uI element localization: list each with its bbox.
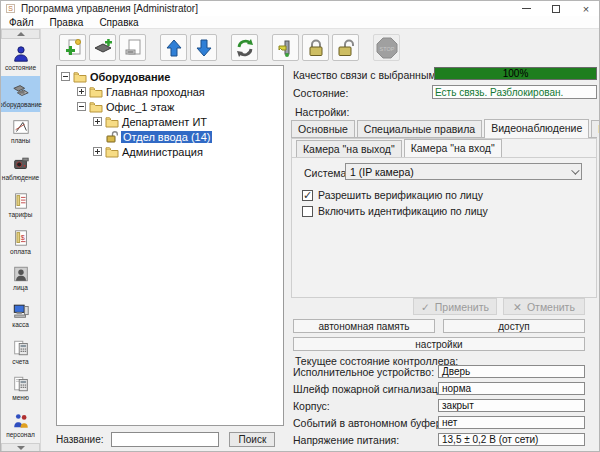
quality-value: 100% <box>503 68 529 79</box>
tab-special-rules[interactable]: Специальные правила <box>357 120 482 137</box>
search-row: Название: Поиск <box>56 430 284 448</box>
tab-main[interactable]: Основные <box>291 120 355 137</box>
tree-node-label: Департамент ИТ <box>122 116 207 128</box>
sidebar-item-personnel[interactable]: персонал <box>1 406 40 443</box>
lock-open-icon <box>105 130 118 143</box>
lock-closed-icon <box>306 38 326 58</box>
menu-help[interactable]: Справка <box>91 17 146 28</box>
autonomous-memory-button[interactable]: автономная память <box>293 319 435 333</box>
tree-node-label: Офис_1 этаж <box>106 101 174 113</box>
sidebar-item-label: меню <box>12 394 29 401</box>
menu-edit[interactable]: Правка <box>42 17 92 28</box>
lock-closed-button[interactable] <box>302 34 329 61</box>
svg-text:$: $ <box>20 232 24 241</box>
row-value: закрыт <box>438 399 585 412</box>
check-icon: ✓ <box>421 301 430 313</box>
sidebar-scroll-up[interactable] <box>1 29 40 39</box>
stop-button[interactable]: STOP <box>373 34 400 61</box>
remove-document-icon <box>123 38 143 58</box>
window-title: Программа управления [Administrator] <box>21 3 198 14</box>
row-label: Событий в автономном буфере: <box>293 417 450 429</box>
close-button[interactable]: × <box>571 1 600 16</box>
expand-icon[interactable] <box>77 87 86 96</box>
tab-camera-entry[interactable]: Камера "на вход" <box>404 139 502 158</box>
tab-biometrics[interactable]: Биометрика <box>591 120 600 137</box>
settings-button[interactable]: настройки <box>293 337 585 351</box>
add-document-button[interactable] <box>59 34 86 61</box>
up-triangle-icon <box>17 32 25 36</box>
calculator-icon <box>10 338 32 358</box>
move-up-button[interactable] <box>160 34 187 61</box>
sidebar-item-tariffs[interactable]: тарифы <box>1 186 40 223</box>
expand-icon[interactable] <box>93 147 102 156</box>
system-select[interactable]: 1 (IP камера) <box>345 163 582 180</box>
apply-label: Применить <box>435 301 489 313</box>
connection-quality-bar: 100% <box>434 67 597 80</box>
maximize-button[interactable] <box>541 1 571 16</box>
checkbox-checked-icon[interactable] <box>302 190 313 201</box>
move-down-button[interactable] <box>190 34 217 61</box>
sidebar-item-plans[interactable]: планы <box>1 112 40 149</box>
sidebar-item-surveillance[interactable]: наблюдение <box>1 149 40 186</box>
state-value-box: Есть связь. Разблокирован. <box>432 85 597 99</box>
system-label: Система: <box>304 167 349 179</box>
tree-node-it-department[interactable]: Департамент ИТ <box>59 114 281 129</box>
system-selected-value: 1 (IP камера) <box>350 166 414 178</box>
camera-icon <box>10 154 32 174</box>
equipment-tree: Оборудование Главная проходная Офис_1 эт… <box>56 65 284 426</box>
tab-camera-exit[interactable]: Камера "на выход" <box>296 140 402 157</box>
sidebar-item-status[interactable]: состояние <box>1 39 40 76</box>
key-button[interactable] <box>272 34 299 61</box>
tree-node-office-floor1[interactable]: Офис_1 этаж <box>59 99 281 114</box>
sidebar-scroll-down[interactable] <box>1 443 40 452</box>
sidebar-item-equipment[interactable]: оборудование <box>1 76 40 113</box>
checkbox-unchecked-icon[interactable] <box>302 206 313 217</box>
tab-video-surveillance[interactable]: Видеонаблюдение <box>484 119 589 138</box>
search-input[interactable] <box>111 432 219 447</box>
people-icon <box>10 411 32 431</box>
tree-node-equipment[interactable]: Оборудование <box>59 69 281 84</box>
toolbar: STOP <box>41 30 600 65</box>
add-device-button[interactable] <box>89 34 116 61</box>
sidebar-item-payment[interactable]: $ оплата <box>1 223 40 260</box>
quality-label: Качество связи с выбранным: <box>293 69 439 81</box>
devices-icon <box>10 81 32 101</box>
search-label: Название: <box>56 434 103 445</box>
expand-icon[interactable] <box>93 117 102 126</box>
settings-tabs: Основные Специальные правила Видеонаблюд… <box>291 120 597 138</box>
collapse-icon[interactable] <box>61 72 70 81</box>
access-button[interactable]: доступ <box>443 319 585 333</box>
sidebar-item-faces[interactable]: лица <box>1 259 40 296</box>
person-blue-icon <box>10 44 32 64</box>
add-document-icon <box>63 38 83 58</box>
folder-icon <box>89 101 103 113</box>
row-value: нет <box>438 416 585 429</box>
drafting-icon <box>10 117 32 137</box>
collapse-icon[interactable] <box>77 102 86 111</box>
lock-open-button[interactable] <box>332 34 359 61</box>
row-label: Исполнительное устройство: <box>293 366 434 378</box>
apply-button[interactable]: ✓ Применить <box>413 298 497 315</box>
refresh-button[interactable] <box>231 34 258 61</box>
tree-node-entry-dept-selected[interactable]: Отдел ввода (14) <box>59 129 281 144</box>
sidebar-item-menu[interactable]: меню <box>1 370 40 407</box>
checkbox-label: Включить идентификацию по лицу <box>318 205 488 217</box>
remove-document-button[interactable] <box>119 34 146 61</box>
settings-label: Настройки: <box>295 106 349 118</box>
search-button[interactable]: Поиск <box>229 432 275 447</box>
row-value: Дверь <box>438 365 585 378</box>
folder-icon <box>105 146 119 158</box>
face-icon <box>10 264 32 284</box>
tree-node-main-entrance[interactable]: Главная проходная <box>59 84 281 99</box>
identification-checkbox-row[interactable]: Включить идентификацию по лицу <box>302 205 488 217</box>
sidebar-item-accounts[interactable]: счета <box>1 333 40 370</box>
refresh-icon <box>235 38 255 58</box>
minimize-button[interactable] <box>511 1 541 16</box>
tree-node-administration[interactable]: Администрация <box>59 144 281 159</box>
cancel-button[interactable]: ✕ Отменить <box>503 298 585 315</box>
menu-file[interactable]: Файл <box>1 17 42 28</box>
up-arrow-icon <box>164 38 184 58</box>
sidebar-item-cashdesk[interactable]: касса <box>1 296 40 333</box>
sidebar-item-label: счета <box>12 358 28 365</box>
verification-checkbox-row[interactable]: Разрешить верификацию по лицу <box>302 189 483 201</box>
